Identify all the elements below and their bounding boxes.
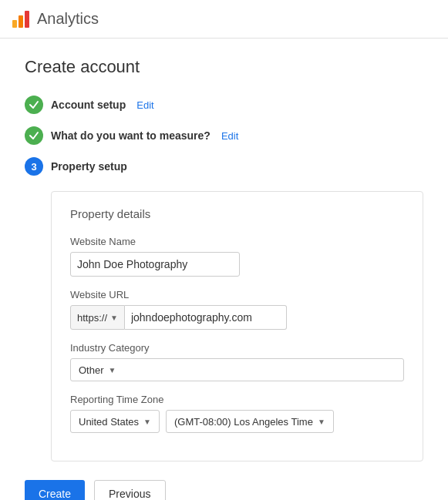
- timezone-zone-chevron-icon: ▼: [318, 418, 325, 426]
- timezone-zone-dropdown[interactable]: (GMT-08:00) Los Angeles Time ▼: [166, 410, 334, 433]
- step-2-edit-link[interactable]: Edit: [221, 130, 238, 142]
- industry-category-chevron-icon: ▼: [109, 366, 116, 374]
- logo-bar-2: [19, 15, 23, 28]
- app-title: Analytics: [37, 10, 99, 28]
- property-details-card: Property details Website Name Website UR…: [51, 191, 423, 461]
- timezone-zone-value: (GMT-08:00) Los Angeles Time: [174, 416, 313, 428]
- app-header: Analytics: [0, 0, 448, 39]
- step-3-number: 3: [25, 157, 43, 176]
- website-url-group: Website URL https:// ▼: [70, 289, 404, 330]
- url-protocol-value: https://: [77, 312, 107, 324]
- step-3-label: Property setup: [51, 160, 127, 173]
- industry-category-value: Other: [79, 364, 104, 376]
- timezone-label: Reporting Time Zone: [70, 394, 404, 405]
- step-3: 3 Property setup: [25, 157, 423, 176]
- step-2-label: What do you want to measure?: [51, 129, 211, 142]
- step-1-label: Account setup: [51, 99, 126, 111]
- timezone-country-value: United States: [79, 416, 139, 428]
- industry-category-dropdown[interactable]: Other ▼: [70, 358, 404, 381]
- analytics-logo: [12, 11, 29, 28]
- website-name-input[interactable]: [70, 252, 240, 277]
- step-1-edit-link[interactable]: Edit: [136, 99, 153, 111]
- create-button[interactable]: Create: [25, 480, 85, 500]
- url-protocol-dropdown[interactable]: https:// ▼: [70, 305, 125, 330]
- industry-category-label: Industry Category: [70, 342, 404, 354]
- step-2-check-icon: [25, 126, 43, 145]
- previous-button[interactable]: Previous: [94, 480, 165, 500]
- action-row: Create Previous: [25, 480, 423, 500]
- step-1: Account setup Edit: [25, 96, 423, 114]
- page-title: Create account: [25, 57, 423, 77]
- url-protocol-chevron-icon: ▼: [110, 314, 118, 322]
- main-content: Create account Account setup Edit What d…: [0, 39, 448, 500]
- step-2: What do you want to measure? Edit: [25, 126, 423, 145]
- industry-category-group: Industry Category Other ▼: [70, 342, 404, 381]
- logo-bar-3: [25, 11, 29, 28]
- url-domain-input[interactable]: [125, 305, 287, 330]
- timezone-group: Reporting Time Zone United States ▼ (GMT…: [70, 394, 404, 433]
- website-name-label: Website Name: [70, 236, 404, 247]
- step-1-check-icon: [25, 96, 43, 114]
- timezone-country-dropdown[interactable]: United States ▼: [70, 410, 160, 433]
- timezone-row: United States ▼ (GMT-08:00) Los Angeles …: [70, 410, 404, 433]
- logo-bar-1: [12, 20, 17, 28]
- property-details-title: Property details: [70, 207, 404, 220]
- website-url-row: https:// ▼: [70, 305, 404, 330]
- website-url-label: Website URL: [70, 289, 404, 300]
- steps-list: Account setup Edit What do you want to m…: [25, 96, 423, 176]
- timezone-country-chevron-icon: ▼: [143, 418, 151, 426]
- website-name-group: Website Name: [70, 236, 404, 277]
